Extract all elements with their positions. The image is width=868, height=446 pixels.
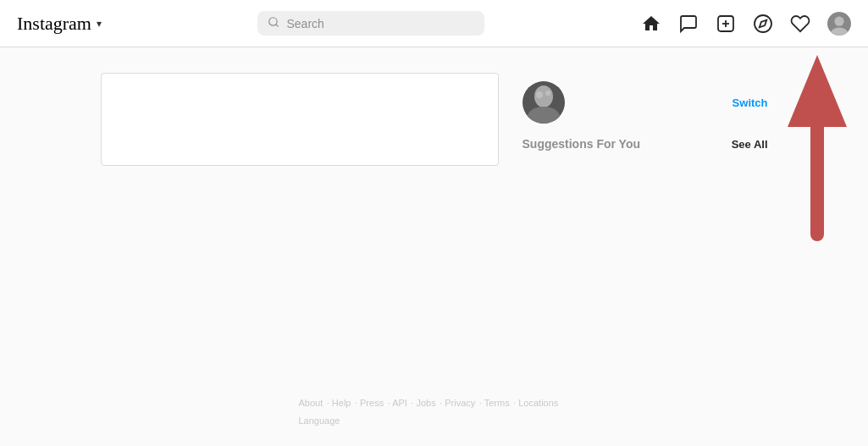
home-icon[interactable]	[641, 14, 661, 34]
footer-jobs[interactable]: Jobs	[411, 398, 435, 408]
footer-terms[interactable]: Terms	[479, 398, 510, 408]
heart-icon[interactable]	[790, 14, 810, 34]
svg-point-8	[834, 16, 843, 25]
sidebar: Switch Suggestions For You See All	[522, 73, 768, 166]
chevron-down-icon[interactable]: ▾	[97, 18, 102, 30]
svg-point-14	[545, 91, 550, 96]
suggestions-header: Suggestions For You See All	[522, 137, 768, 151]
sidebar-profile: Switch	[522, 81, 768, 124]
search-input[interactable]	[286, 17, 474, 30]
footer-privacy[interactable]: Privacy	[440, 398, 475, 408]
footer-locations[interactable]: Locations	[513, 398, 558, 408]
footer-language[interactable]: Language	[299, 414, 570, 429]
svg-line-1	[276, 25, 279, 27]
feed-area	[101, 73, 499, 166]
post-placeholder	[101, 73, 499, 166]
avatar[interactable]	[827, 12, 851, 36]
svg-marker-6	[760, 19, 766, 26]
explore-icon[interactable]	[753, 14, 773, 34]
suggestions-title: Suggestions For You	[522, 137, 641, 151]
footer-help[interactable]: Help	[327, 398, 351, 408]
navbar-left: Instagram ▾	[17, 13, 102, 35]
instagram-logo[interactable]: Instagram	[17, 13, 91, 35]
footer: About Help Press API Jobs Privacy Terms …	[299, 391, 570, 429]
search-icon	[268, 16, 279, 30]
footer-link-row: About Help Press API Jobs Privacy Terms …	[299, 391, 570, 413]
switch-button[interactable]: Switch	[733, 96, 768, 109]
profile-avatar[interactable]	[522, 81, 565, 124]
new-post-icon[interactable]	[716, 14, 736, 34]
main-content: Switch Suggestions For You See All	[0, 47, 868, 166]
svg-point-5	[755, 15, 771, 32]
see-all-button[interactable]: See All	[732, 138, 768, 151]
footer-about[interactable]: About	[299, 398, 323, 408]
footer-press[interactable]: Press	[355, 398, 384, 408]
footer-api[interactable]: API	[388, 398, 407, 408]
nav-icons	[641, 12, 851, 36]
search-bar	[257, 11, 484, 36]
navbar: Instagram ▾	[0, 0, 868, 47]
svg-point-13	[536, 91, 543, 98]
messenger-icon[interactable]	[678, 14, 699, 34]
